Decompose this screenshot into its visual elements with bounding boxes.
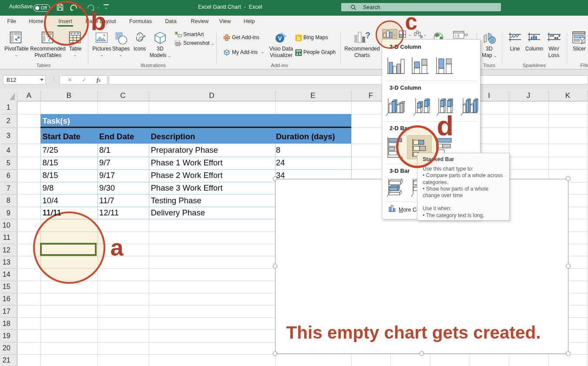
svg-text:?: ?: [365, 31, 370, 40]
svg-text:b: b: [297, 35, 300, 41]
svg-text:V: V: [278, 35, 282, 42]
